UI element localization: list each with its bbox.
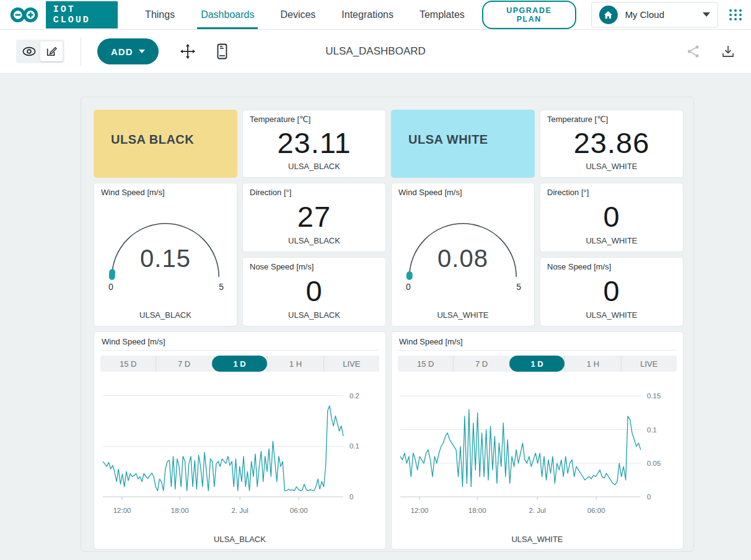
tab-devices[interactable]: Devices [280, 0, 315, 29]
svg-text:06:00: 06:00 [290, 507, 308, 514]
temperature-widget-black: Temperature [℃] 23.11 ULSA_BLACK [242, 110, 386, 178]
account-selector[interactable]: My Cloud [591, 2, 718, 28]
device-label: ULSA_WHITE [398, 533, 677, 546]
ulsa-black-color-widget: ULSA BLACK [94, 110, 237, 178]
range-7d-button[interactable]: 7 D [453, 356, 509, 372]
widget-title: Nose Speed [m/s] [250, 262, 379, 271]
device-label: ULSA_BLACK [250, 236, 379, 247]
chart-title: Wind Speed [m/s] [398, 336, 677, 351]
upgrade-plan-button[interactable]: UPGRADE PLAN [482, 1, 576, 29]
gauge-value: 0.08 [402, 245, 524, 273]
ulsa-white-label: ULSA WHITE [408, 133, 488, 147]
wind-speed-chart-black: Wind Speed [m/s] 15 D 7 D 1 D 1 H LIVE 0… [94, 331, 386, 549]
add-widget-button[interactable]: ADD [97, 38, 159, 64]
share-icon [687, 45, 700, 58]
view-mode-button[interactable] [18, 42, 40, 61]
edit-pencil-icon [46, 46, 57, 57]
device-label: ULSA_WHITE [547, 310, 676, 322]
add-label: ADD [111, 46, 133, 57]
device-label: ULSA_WHITE [398, 310, 527, 322]
apps-grid-icon[interactable] [729, 9, 742, 20]
tab-templates[interactable]: Templates [419, 0, 465, 29]
widget-title: Wind Speed [m/s] [398, 188, 527, 197]
range-15d-button[interactable]: 15 D [100, 356, 156, 372]
tab-integrations[interactable]: Integrations [341, 0, 393, 29]
view-edit-toggle [16, 40, 64, 63]
direction-widget-white: Direction [°] 0 ULSA_WHITE [540, 183, 683, 252]
svg-text:0.15: 0.15 [647, 392, 661, 400]
download-icon [721, 45, 735, 58]
temperature-value: 23.86 [574, 126, 650, 160]
iot-cloud-badge: IOT CLOUD [46, 1, 118, 28]
device-label: ULSA_WHITE [547, 236, 676, 247]
range-1h-button[interactable]: 1 H [564, 356, 620, 372]
direction-widget-black: Direction [°] 27 ULSA_BLACK [242, 183, 386, 252]
range-live-button[interactable]: LIVE [621, 356, 677, 372]
widget-title: Direction [°] [547, 188, 676, 197]
svg-text:06:00: 06:00 [587, 507, 605, 514]
account-label: My Cloud [625, 9, 695, 20]
gauge-max-label: 5 [219, 282, 224, 292]
wind-speed-gauge-black: Wind Speed [m/s] 0.15 0 5 ULSA_BLACK [94, 183, 237, 326]
widget-container: ULSA BLACK Temperature [℃] 23.11 ULSA_BL… [81, 97, 694, 552]
download-button[interactable] [721, 45, 735, 58]
nose-speed-value: 0 [603, 274, 620, 308]
device-label: ULSA_WHITE [547, 162, 676, 173]
home-icon [599, 6, 618, 24]
dashboard-toolbar: ULSA_DASHBOARD ADD [0, 30, 751, 74]
temperature-widget-white: Temperature [℃] 23.86 ULSA_WHITE [540, 110, 683, 178]
svg-text:18:00: 18:00 [468, 507, 486, 514]
share-button[interactable] [687, 45, 700, 58]
dashboard-area: ULSA BLACK Temperature [℃] 23.11 ULSA_BL… [0, 74, 751, 560]
direction-value: 27 [297, 199, 331, 234]
range-1h-button[interactable]: 1 H [267, 356, 323, 372]
eye-icon [22, 46, 36, 56]
line-chart[interactable]: 00.10.212:0018:002. Jul06:00 [100, 373, 379, 533]
svg-text:0.1: 0.1 [647, 426, 657, 434]
temperature-value: 23.11 [277, 126, 351, 160]
mobile-phone-icon [217, 43, 227, 59]
device-label: ULSA_BLACK [101, 310, 230, 322]
top-navigation: IOT CLOUD Things Dashboards Devices Inte… [0, 0, 751, 30]
chevron-down-icon [703, 12, 710, 17]
svg-text:18:00: 18:00 [171, 507, 189, 514]
arduino-infinity-icon [10, 6, 40, 24]
tab-things[interactable]: Things [145, 0, 175, 29]
wind-speed-gauge-white: Wind Speed [m/s] 0.08 0 5 ULSA_WHITE [391, 183, 535, 326]
svg-text:0: 0 [647, 493, 651, 501]
chevron-down-icon [139, 50, 145, 53]
direction-value: 0 [603, 199, 620, 234]
widget-title: Nose Speed [m/s] [547, 262, 676, 271]
range-live-button[interactable]: LIVE [323, 356, 379, 372]
arduino-logo[interactable]: IOT CLOUD [10, 1, 118, 28]
svg-text:2. Jul: 2. Jul [529, 507, 546, 514]
tab-dashboards[interactable]: Dashboards [201, 0, 254, 29]
edit-mode-button[interactable] [40, 42, 63, 61]
gauge-min-label: 0 [406, 282, 411, 292]
ulsa-white-color-widget: ULSA WHITE [391, 110, 535, 178]
widget-title: Direction [°] [250, 188, 379, 197]
ulsa-black-label: ULSA BLACK [111, 133, 194, 147]
nose-speed-widget-black: Nose Speed [m/s] 0 ULSA_BLACK [242, 257, 386, 326]
line-chart[interactable]: 00.050.10.1512:0018:002. Jul06:00 [398, 373, 677, 533]
svg-text:0: 0 [349, 493, 353, 501]
device-label: ULSA_BLACK [250, 162, 379, 173]
range-7d-button[interactable]: 7 D [156, 356, 211, 372]
time-range-selector: 15 D 7 D 1 D 1 H LIVE [100, 356, 379, 372]
svg-text:2. Jul: 2. Jul [231, 507, 248, 514]
svg-text:0.2: 0.2 [349, 392, 359, 400]
widget-title: Temperature [℃] [250, 115, 379, 124]
chart-title: Wind Speed [m/s] [100, 336, 379, 351]
mobile-preview-button[interactable] [217, 43, 227, 59]
widget-title: Wind Speed [m/s] [101, 188, 230, 197]
gauge-value: 0.15 [105, 245, 226, 273]
nose-speed-widget-white: Nose Speed [m/s] 0 ULSA_WHITE [540, 257, 683, 326]
svg-text:12:00: 12:00 [411, 507, 429, 514]
range-15d-button[interactable]: 15 D [398, 356, 453, 372]
range-1d-button[interactable]: 1 D [509, 356, 564, 372]
svg-text:0.1: 0.1 [349, 442, 359, 450]
nose-speed-value: 0 [305, 274, 322, 308]
arrange-widgets-button[interactable] [180, 43, 196, 59]
device-label: ULSA_BLACK [100, 533, 379, 546]
range-1d-button[interactable]: 1 D [212, 356, 267, 372]
